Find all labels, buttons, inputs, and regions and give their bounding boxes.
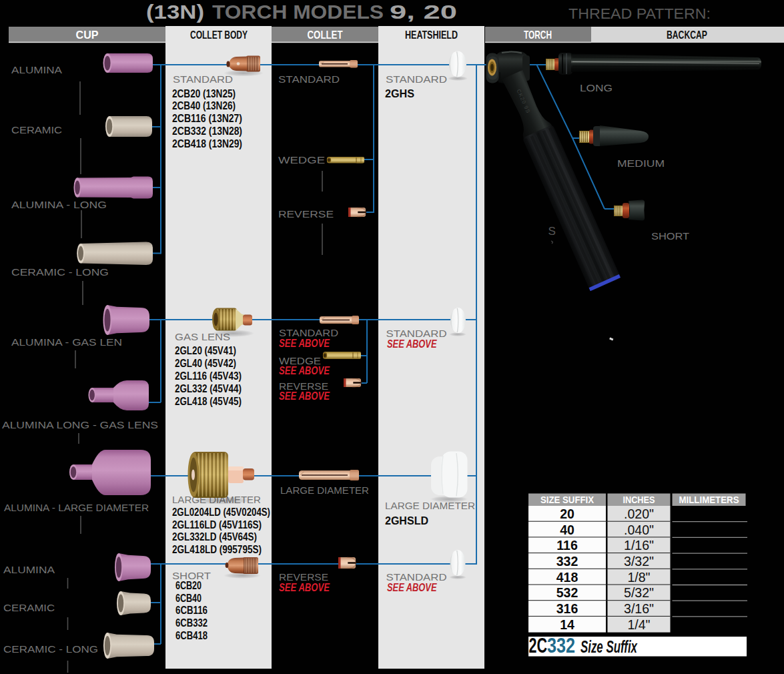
svg-text:SEE ABOVE: SEE ABOVE	[279, 337, 330, 350]
svg-text:1/4": 1/4"	[627, 617, 650, 632]
svg-text:CERAMIC - LONG: CERAMIC - LONG	[11, 266, 109, 278]
svg-text:SEE ABOVE: SEE ABOVE	[279, 390, 330, 402]
svg-text:ALUMINA: ALUMINA	[3, 564, 55, 575]
svg-text:418: 418	[556, 570, 578, 585]
svg-text:6CB418: 6CB418	[175, 630, 208, 641]
svg-text:TORCH: TORCH	[524, 29, 552, 41]
svg-text:CERAMIC: CERAMIC	[3, 602, 55, 613]
svg-text:STANDARD: STANDARD	[173, 73, 233, 85]
svg-text:6CB332: 6CB332	[175, 617, 208, 629]
svg-text:INCHES: INCHES	[623, 494, 655, 505]
svg-text:40: 40	[560, 523, 574, 537]
svg-text:116: 116	[556, 538, 578, 553]
svg-text:2GL20 (45V41): 2GL20 (45V41)	[175, 345, 236, 356]
svg-text:MILLIMETERS: MILLIMETERS	[679, 494, 739, 505]
svg-text:6CB40: 6CB40	[175, 593, 202, 604]
svg-text:2C: 2C	[529, 634, 548, 657]
svg-text:3/16": 3/16"	[624, 601, 654, 616]
svg-text:2CB116 (13N27): 2CB116 (13N27)	[172, 113, 242, 124]
svg-text:STANDARD: STANDARD	[278, 73, 340, 85]
svg-text:332: 332	[547, 634, 575, 657]
svg-text:THREAD PATTERN:: THREAD PATTERN:	[568, 6, 711, 22]
svg-text:HEATSHIELD: HEATSHIELD	[405, 29, 458, 41]
svg-text:2GL418LD (995795S): 2GL418LD (995795S)	[172, 544, 262, 555]
svg-text:COLLET BODY: COLLET BODY	[190, 29, 248, 41]
svg-text:2GL116 (45V43): 2GL116 (45V43)	[175, 370, 242, 382]
svg-text:LONG: LONG	[580, 82, 613, 93]
svg-text:9, 20: 9, 20	[390, 1, 457, 23]
svg-text:COLLET: COLLET	[308, 29, 343, 41]
svg-text:2GHS: 2GHS	[385, 88, 414, 99]
svg-text:2CB40 (13N26): 2CB40 (13N26)	[172, 100, 236, 111]
svg-text:ALUMINA - LARGE DIAMETER: ALUMINA - LARGE DIAMETER	[4, 502, 149, 513]
svg-text:1/16": 1/16"	[624, 538, 654, 553]
svg-text:SEE ABOVE: SEE ABOVE	[387, 581, 437, 594]
svg-text:BACKCAP: BACKCAP	[667, 29, 707, 41]
svg-text:.040": .040"	[624, 523, 654, 537]
svg-text:14: 14	[560, 617, 574, 632]
svg-text:2CB418 (13N29): 2CB418 (13N29)	[172, 138, 242, 149]
svg-text:Size Suffix: Size Suffix	[580, 637, 638, 657]
svg-text:WEDGE: WEDGE	[278, 154, 325, 165]
svg-text:2GL418 (45V45): 2GL418 (45V45)	[175, 396, 242, 407]
svg-text:3/32": 3/32"	[624, 554, 654, 569]
svg-text:CUP: CUP	[76, 29, 99, 41]
svg-text:SEE ABOVE: SEE ABOVE	[387, 338, 437, 350]
svg-text:SEE ABOVE: SEE ABOVE	[279, 364, 330, 377]
svg-text:6CB116: 6CB116	[175, 605, 208, 616]
svg-text:(13N): (13N)	[146, 1, 204, 23]
svg-text:6CB20: 6CB20	[175, 580, 202, 591]
svg-text:2CB20 (13N25): 2CB20 (13N25)	[172, 88, 236, 99]
svg-text:STANDARD: STANDARD	[386, 73, 447, 85]
svg-text:5/32": 5/32"	[624, 585, 654, 600]
svg-text:316: 316	[556, 601, 578, 616]
svg-text:2GL40 (45V42): 2GL40 (45V42)	[175, 358, 236, 369]
svg-text:MEDIUM: MEDIUM	[617, 157, 665, 169]
svg-text:CERAMIC: CERAMIC	[11, 124, 62, 135]
svg-text:532: 532	[556, 585, 578, 600]
svg-text:TORCH MODELS: TORCH MODELS	[212, 1, 384, 23]
svg-text:SHORT: SHORT	[651, 230, 690, 242]
svg-text:1/8": 1/8"	[627, 570, 650, 585]
svg-text:2GL0204LD (45V0204S): 2GL0204LD (45V0204S)	[172, 507, 270, 518]
svg-text:SIZE SUFFIX: SIZE SUFFIX	[540, 494, 594, 505]
svg-text:CERAMIC - LONG: CERAMIC - LONG	[3, 643, 98, 655]
svg-text:2GL116LD (45V116S): 2GL116LD (45V116S)	[172, 519, 262, 531]
svg-text:2GHSLD: 2GHSLD	[385, 515, 428, 527]
svg-text:20: 20	[560, 507, 574, 521]
svg-text:ALUMINA: ALUMINA	[11, 64, 63, 75]
svg-text:.020": .020"	[624, 507, 654, 521]
svg-text:ALUMINA - GAS LEN: ALUMINA - GAS LEN	[11, 336, 122, 348]
svg-text:ALUMINA - LONG: ALUMINA - LONG	[11, 199, 107, 210]
svg-text:332: 332	[556, 554, 578, 569]
svg-text:ALUMINA LONG - GAS LENS: ALUMINA LONG - GAS LENS	[2, 419, 158, 430]
svg-text:REVERSE: REVERSE	[278, 208, 334, 220]
svg-text:S: S	[548, 225, 556, 238]
svg-text:SEE ABOVE: SEE ABOVE	[279, 581, 330, 594]
svg-text:2GL332 (45V44): 2GL332 (45V44)	[175, 383, 242, 394]
svg-text:2GL332LD (45V64S): 2GL332LD (45V64S)	[172, 531, 257, 543]
svg-text:LARGE DIAMETER: LARGE DIAMETER	[280, 484, 369, 496]
svg-text:2CB332 (13N28): 2CB332 (13N28)	[172, 125, 242, 137]
